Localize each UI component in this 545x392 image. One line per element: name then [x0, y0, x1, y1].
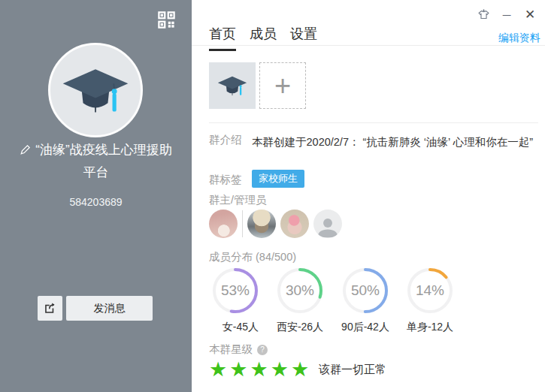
intro-text: 本群创建于2020/2/7： “抗击新肺炎 ‘油缘’ 心理和你在一起” — [252, 133, 542, 152]
star-icon: ★ — [209, 358, 229, 381]
donut-label: 女-45人 — [223, 321, 259, 334]
rating-status-text: 该群一切正常 — [319, 363, 386, 377]
donut-3: 50%90后-42人 — [342, 267, 389, 334]
edit-name-icon[interactable] — [20, 141, 31, 162]
share-icon — [43, 301, 57, 315]
star-icon: ★ — [291, 358, 311, 381]
window-controls: ─ ✕ — [477, 8, 537, 21]
donut-percent: 50% — [342, 267, 389, 314]
group-owner-avatar[interactable] — [209, 210, 238, 238]
tag-row: 家校师生 — [252, 170, 304, 188]
group-avatar-thumbnail[interactable] — [209, 62, 256, 109]
admin-avatars-row — [209, 210, 342, 238]
admin-avatar-2[interactable] — [280, 210, 309, 238]
donut-percent: 30% — [277, 267, 323, 314]
donut-chart-row: 53%女-45人30%西安-26人50%90后-42人14%单身-12人 — [192, 267, 545, 339]
donut-label: 西安-26人 — [277, 321, 323, 334]
donut-4: 14%单身-12人 — [407, 267, 453, 334]
tags-label: 群标签 — [209, 173, 242, 187]
add-avatar-button[interactable]: + — [259, 62, 306, 109]
close-icon[interactable]: ✕ — [523, 8, 537, 21]
minimize-icon[interactable]: ─ — [500, 8, 513, 21]
admin-avatar-3[interactable] — [313, 210, 342, 238]
rating-label: 本群星级 — [209, 342, 253, 357]
graduation-cap-icon — [56, 51, 135, 129]
group-name-text: “油缘”战疫线上心理援助平台 — [35, 143, 171, 179]
sidebar-actions: 发消息 — [38, 296, 153, 321]
donut-1: 53%女-45人 — [212, 267, 259, 334]
group-avatar[interactable] — [48, 43, 143, 137]
member-count: (84/500) — [256, 251, 296, 263]
donut-label: 单身-12人 — [407, 321, 453, 334]
donut-label: 90后-42人 — [341, 321, 389, 334]
tab-bar: 首页成员设置 — [209, 25, 317, 51]
send-message-button[interactable]: 发消息 — [66, 296, 153, 321]
rating-label-row: 本群星级 ? — [209, 342, 268, 357]
plus-icon: + — [274, 71, 291, 100]
theme-icon[interactable] — [477, 8, 490, 21]
sidebar: “油缘”战疫线上心理援助平台 584203689 发消息 — [0, 0, 192, 392]
group-number: 584203689 — [0, 196, 192, 208]
admins-label: 群主/管理员 — [209, 193, 267, 207]
edit-profile-link[interactable]: 编辑资料 — [498, 32, 540, 45]
tab-2[interactable]: 成员 — [250, 25, 277, 51]
graduation-cap-icon — [215, 68, 250, 103]
group-name: “油缘”战疫线上心理援助平台 — [14, 140, 178, 183]
donut-2: 30%西安-26人 — [277, 267, 323, 334]
help-icon[interactable]: ? — [257, 345, 268, 355]
star-icon: ★ — [271, 358, 291, 381]
star-icon: ★ — [229, 358, 250, 381]
default-person-icon — [315, 216, 341, 238]
qr-code-icon[interactable] — [156, 10, 177, 30]
section-divider — [209, 122, 538, 123]
tab-1[interactable]: 首页 — [209, 25, 236, 51]
tag-badge-1[interactable]: 家校师生 — [252, 170, 304, 188]
owner-admin-separator — [242, 210, 243, 237]
distribution-label: 成员分布 (84/500) — [209, 250, 296, 264]
rating-row: ★★★★★ 该群一切正常 — [209, 358, 386, 381]
donut-percent: 14% — [407, 267, 453, 314]
donut-percent: 53% — [212, 267, 259, 314]
admin-avatar-1[interactable] — [247, 210, 276, 238]
intro-label: 群介绍 — [209, 133, 242, 147]
main-panel: ─ ✕ 首页成员设置 编辑资料 + 群介绍 本群创建于2020/2/7： “抗击… — [192, 0, 545, 392]
tab-3[interactable]: 设置 — [290, 25, 317, 51]
star-icon: ★ — [250, 358, 270, 381]
group-profile-window: “油缘”战疫线上心理援助平台 584203689 发消息 ─ — [0, 0, 545, 392]
star-rating: ★★★★★ — [209, 358, 311, 381]
share-button[interactable] — [38, 296, 62, 321]
tab-divider — [192, 45, 545, 46]
